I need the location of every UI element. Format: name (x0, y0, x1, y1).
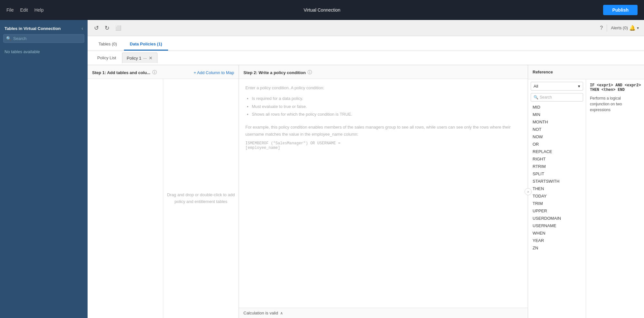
policy-bullet-3: Shows all rows for which the policy cond… (252, 111, 521, 119)
reference-detail-description: Performs a logical conjunction on two ex… (590, 95, 640, 113)
save-icon[interactable]: ⬜ (114, 24, 123, 32)
step2-expand-arrow[interactable]: › (525, 188, 532, 195)
menu-edit[interactable]: Edit (20, 7, 28, 13)
sidebar-title: Tables in Virtual Connection (5, 26, 61, 31)
step2-header: Step 2: Write a policy condition ⓘ (239, 65, 528, 79)
reference-item[interactable]: RIGHT (528, 155, 586, 163)
reference-item[interactable]: USERNAME (528, 222, 586, 229)
step-panels: Step 1: Add tables and colu... ⓘ + Add C… (88, 65, 644, 318)
reference-item[interactable]: USERDOMAIN (528, 215, 586, 222)
reference-header: Reference (528, 65, 644, 79)
help-icon[interactable]: ? (600, 25, 603, 31)
reference-dropdown-arrow-icon: ▾ (578, 84, 580, 89)
reference-item[interactable]: TRIM (528, 200, 586, 207)
sidebar-search-box[interactable]: 🔍 (3, 34, 84, 43)
policy-condition-placeholder: Enter a policy condition. A policy condi… (245, 85, 521, 90)
reference-item[interactable]: OR (528, 140, 586, 148)
step1-info-icon[interactable]: ⓘ (152, 70, 157, 75)
reference-item[interactable]: UPPER (528, 207, 586, 215)
reference-list: All ▾ 🔍 MIDMINMONTHNOTNOWORREPLACERIGHTR… (528, 79, 586, 318)
reference-item[interactable]: MONTH (528, 118, 586, 126)
reference-body: All ▾ 🔍 MIDMINMONTHNOTNOWORREPLACERIGHTR… (528, 79, 644, 318)
tab-tables[interactable]: Tables (0) (93, 38, 123, 51)
step1-title: Step 1: Add tables and colu... (92, 70, 150, 75)
reference-item[interactable]: MID (528, 103, 586, 111)
reference-item[interactable]: SPLIT (528, 170, 586, 178)
toolbar-right: ? Alerts (0) 🔔 ▾ (600, 24, 639, 32)
tab-data-policies[interactable]: Data Policies (1) (124, 38, 168, 51)
reference-items-list: MIDMINMONTHNOTNOWORREPLACERIGHTRTRIMSPLI… (528, 103, 586, 318)
reference-search-icon: 🔍 (534, 95, 538, 100)
bell-icon: 🔔 (629, 25, 636, 31)
policy-example-code: ISMEMBEROF ("SalesManager") OR USERNAME … (245, 141, 521, 150)
sidebar-collapse-button[interactable]: ‹ (81, 26, 83, 31)
app-title: Virtual Connection (304, 7, 340, 13)
step2-info-icon[interactable]: ⓘ (308, 70, 312, 75)
reference-item[interactable]: RTRIM (528, 163, 586, 170)
sidebar-header: Tables in Virtual Connection ‹ (0, 20, 88, 34)
redo-icon[interactable]: ↻ (103, 23, 111, 33)
reference-item[interactable]: STARTSWITH (528, 178, 586, 185)
policy-bullet-1: Is required for a data policy. (252, 95, 521, 103)
calculation-valid-bar: Calculation is valid ∧ (239, 308, 528, 318)
step1-body: Drag and drop or double-click to addpoli… (88, 79, 239, 318)
tabs-bar: Tables (0) Data Policies (1) (88, 36, 644, 51)
reference-search-box[interactable]: 🔍 (531, 93, 583, 101)
top-bar: File Edit Help Virtual Connection Publis… (0, 0, 644, 20)
menu-file[interactable]: File (6, 7, 14, 13)
policy-bullet-2: Must evaluate to true or false. (252, 103, 521, 111)
policy-1-label: Policy 1 (127, 56, 142, 61)
toolbar-left: ↺ ↻ ⬜ (93, 23, 123, 33)
reference-item[interactable]: YEAR (528, 237, 586, 244)
reference-item[interactable]: THEN (528, 185, 586, 192)
alerts-button[interactable]: Alerts (0) 🔔 ▾ (611, 25, 639, 31)
alerts-chevron-icon: ▾ (637, 26, 639, 30)
reference-item[interactable]: REPLACE (528, 148, 586, 155)
policy-1-tab[interactable]: Policy 1 ··· ✕ (122, 53, 157, 63)
policy-bullets-list: Is required for a data policy. Must eval… (245, 95, 521, 119)
sidebar: Tables in Virtual Connection ‹ 🔍 No tabl… (0, 20, 88, 318)
reference-detail: IF <expr1> AND <expr2> THEN <then> END P… (586, 79, 644, 318)
policy-list-tab[interactable]: Policy List (93, 53, 121, 63)
reference-detail-code: IF <expr1> AND <expr2> THEN <then> END (590, 83, 640, 92)
step2-panel: Step 2: Write a policy condition ⓘ Enter… (239, 65, 528, 318)
reference-item[interactable]: MIN (528, 111, 586, 118)
reference-item[interactable]: ZN (528, 244, 586, 252)
policy-tabs-bar: Policy List Policy 1 ··· ✕ (88, 51, 644, 65)
reference-dropdown[interactable]: All ▾ (531, 82, 583, 91)
step1-policy-col (88, 79, 163, 318)
step2-body[interactable]: Enter a policy condition. A policy condi… (239, 79, 528, 318)
policy-tab-more-icon[interactable]: ··· (143, 56, 147, 61)
publish-button[interactable]: Publish (603, 5, 638, 15)
sidebar-empty-message: No tables available (0, 47, 88, 57)
reference-item[interactable]: TODAY (528, 192, 586, 200)
policy-example-text: For example, this policy condition enabl… (245, 124, 521, 138)
right-content: ↺ ↻ ⬜ ? Alerts (0) 🔔 ▾ Tables (0) Data P… (88, 20, 644, 318)
add-column-button[interactable]: + Add Column to Map (194, 70, 234, 75)
toolbar: ↺ ↻ ⬜ ? Alerts (0) 🔔 ▾ (88, 20, 644, 36)
reference-search-input[interactable] (540, 95, 580, 100)
undo-icon[interactable]: ↺ (93, 23, 100, 33)
reference-panel: Reference All ▾ 🔍 MIDMINMONTHNOTNOWO (528, 65, 644, 318)
step1-entitlement-col: Drag and drop or double-click to addpoli… (163, 79, 239, 318)
calc-valid-label: Calculation is valid (243, 311, 278, 315)
reference-item[interactable]: NOW (528, 133, 586, 140)
reference-title: Reference (533, 70, 553, 74)
toolbar-divider (607, 24, 607, 32)
menu-help[interactable]: Help (34, 7, 44, 13)
reference-item[interactable]: NOT (528, 126, 586, 133)
alerts-label: Alerts (0) (611, 25, 628, 30)
main-layout: Tables in Virtual Connection ‹ 🔍 No tabl… (0, 20, 644, 318)
reference-item[interactable]: WHEN (528, 229, 586, 237)
step1-header: Step 1: Add tables and colu... ⓘ + Add C… (88, 65, 239, 79)
step1-panel: Step 1: Add tables and colu... ⓘ + Add C… (88, 65, 239, 318)
search-icon: 🔍 (6, 36, 11, 41)
search-input[interactable] (13, 36, 81, 41)
top-bar-menu: File Edit Help (6, 7, 43, 13)
calc-valid-chevron-icon[interactable]: ∧ (280, 311, 283, 315)
reference-dropdown-value: All (534, 84, 538, 89)
step2-title: Step 2: Write a policy condition (243, 70, 306, 75)
policy-tab-close-icon[interactable]: ✕ (149, 55, 153, 61)
drag-drop-text: Drag and drop or double-click to addpoli… (167, 192, 235, 205)
